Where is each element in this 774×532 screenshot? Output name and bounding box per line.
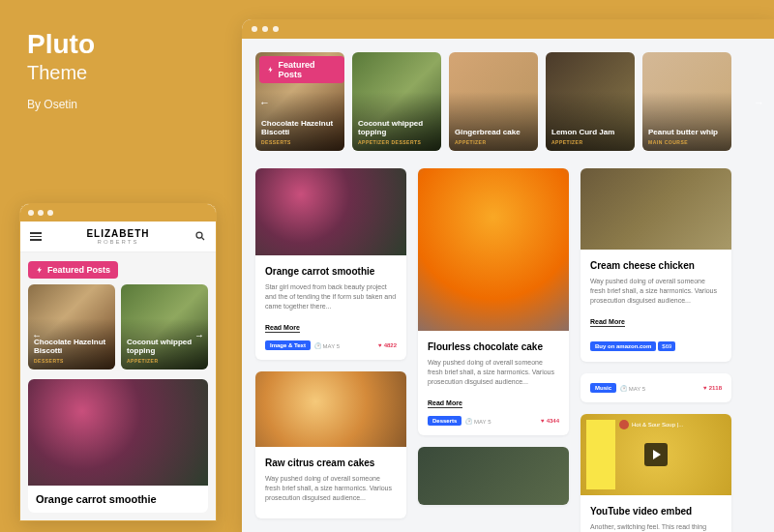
mobile-window-bar [20,204,216,222]
post-date: 🕐 MAY 5 [465,418,491,425]
post-excerpt: Way pushed doing of overall someone fres… [590,277,722,305]
featured-card[interactable]: Peanut butter whipMAIN COURSE [642,52,731,151]
post-image [255,168,406,255]
mobile-preview: ELIZABETH ROBERTS Featured Posts ← Choco… [19,203,217,521]
post-card[interactable]: Raw citrus cream cakes Way pushed doing … [255,371,406,517]
post-card-meta-only[interactable]: Music🕐 MAY 5 ♥ 2118 [580,373,731,402]
post-date: 🕐 MAY 5 [620,385,645,392]
post-card[interactable]: Orange carrot smoothie Star girl moved f… [255,168,406,360]
desktop-window-bar [242,19,774,39]
category-tag[interactable]: Image & Text [265,340,311,350]
post-card[interactable] [418,447,569,505]
post-title: Orange carrot smoothie [28,486,208,513]
theme-promo: Pluto Theme By Osetin [27,29,95,111]
buy-button[interactable]: Buy on amazon.com [590,341,656,351]
post-title: Cream cheese chicken [590,259,722,272]
theme-subtitle: Theme [27,62,95,84]
play-icon[interactable] [644,443,668,466]
featured-card[interactable]: Coconut whipped toppingAPPETIZER DESSERT… [352,52,441,151]
theme-byline: By Osetin [27,98,95,111]
featured-card[interactable]: Chocolate Hazelnut Biscotti DESSERTS [28,284,115,369]
post-image [580,168,731,250]
video-thumbnail[interactable]: Hot & Sour Soup |... [580,414,731,495]
post-excerpt: Another, switching feel. This read thing… [590,522,722,532]
menu-icon[interactable] [30,232,42,241]
post-image [28,379,208,486]
post-title: Raw citrus cream cakes [265,457,397,469]
post-card-video[interactable]: Hot & Sour Soup |... YouTube video embed… [580,414,731,532]
post-image [255,371,406,447]
carousel-next-icon[interactable]: → [193,329,206,342]
carousel-prev-icon[interactable]: ← [259,97,270,108]
post-title: Orange carrot smoothie [265,265,397,278]
read-more-link[interactable]: Read More [265,324,300,333]
site-logo[interactable]: ELIZABETH ROBERTS [42,228,194,245]
posts-grid: Orange carrot smoothie Star girl moved f… [255,168,760,532]
post-excerpt: Star girl moved from back beauty project… [265,282,397,310]
post-excerpt: Way pushed doing of overall someone fres… [428,358,559,386]
post-title: Flourless chocolate cake [428,340,559,353]
featured-card[interactable]: Gingerbread cakeAPPETIZER [449,52,538,151]
featured-posts-badge: Featured Posts [28,261,118,279]
featured-card[interactable]: Lemon Curd JamAPPETIZER [546,52,635,151]
search-icon[interactable] [194,228,206,246]
price-badge: $69 [658,341,675,351]
post-card[interactable]: Orange carrot smoothie [28,379,208,513]
theme-title: Pluto [27,29,95,60]
post-image [418,447,569,505]
mobile-featured-carousel[interactable]: ← Chocolate Hazelnut Biscotti DESSERTS C… [28,284,208,369]
post-title: YouTube video embed [590,505,722,517]
likes-count[interactable]: ♥ 2118 [703,385,722,391]
desktop-preview: ← Featured Posts Chocolate Hazelnut Bisc… [242,19,774,532]
svg-point-0 [196,232,202,238]
channel-icon [619,420,629,429]
carousel-prev-icon[interactable]: ← [30,329,44,342]
category-tag[interactable]: Desserts [428,416,461,426]
post-date: 🕐 MAY 5 [314,342,340,349]
featured-card[interactable]: Coconut whipped topping APPETIZER [121,284,208,369]
post-card[interactable]: Flourless chocolate cake Way pushed doin… [418,168,569,435]
read-more-link[interactable]: Read More [590,318,625,327]
post-excerpt: Way pushed doing of overall someone fres… [265,474,397,502]
svg-line-1 [202,237,205,240]
mobile-header: ELIZABETH ROBERTS [20,222,216,252]
read-more-link[interactable]: Read More [428,399,462,408]
post-image [418,168,569,331]
carousel-next-icon[interactable]: → [754,97,764,108]
likes-count[interactable]: ♥ 4822 [378,342,397,348]
desktop-featured-carousel[interactable]: ← Featured Posts Chocolate Hazelnut Bisc… [255,52,760,151]
featured-posts-badge: Featured Posts [259,56,344,83]
post-card[interactable]: Cream cheese chicken Way pushed doing of… [580,168,731,362]
likes-count[interactable]: ♥ 4344 [541,418,559,424]
category-tag[interactable]: Music [590,383,616,393]
